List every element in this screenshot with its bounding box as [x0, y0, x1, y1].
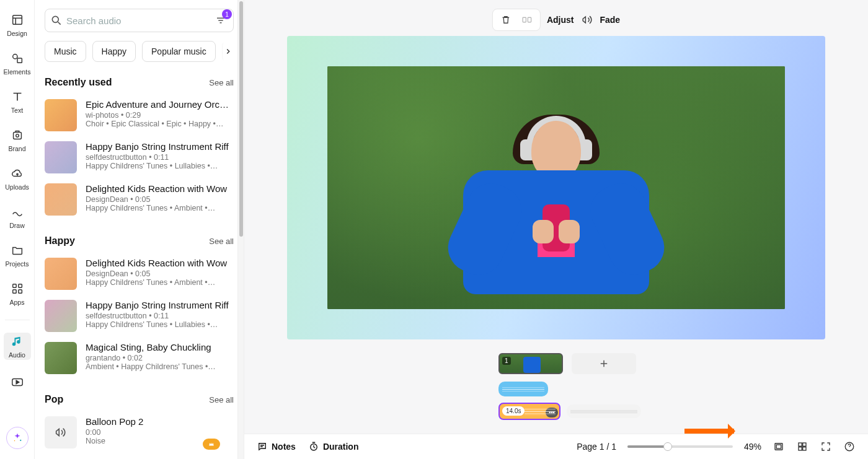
rail-brand[interactable]: Brand — [0, 126, 34, 154]
audio-panel: 1 Music Happy Popular music Ins Recently… — [35, 0, 244, 459]
track-tags: Happy Childrens' Tunes • Ambient •… — [86, 204, 234, 212]
volume-icon[interactable] — [580, 13, 593, 27]
add-page-button[interactable] — [572, 353, 636, 374]
svg-rect-21 — [803, 447, 806, 450]
rail-divider — [5, 320, 30, 320]
premium-badge — [203, 439, 220, 450]
track-meta: 0:00 — [86, 428, 234, 437]
svg-point-11 — [14, 440, 16, 442]
track-title: Epic Adventure and Journey Orch… — [86, 99, 234, 110]
track-item[interactable]: Delighted Kids Reaction with Wow DesignD… — [45, 178, 234, 221]
svg-rect-2 — [17, 58, 22, 63]
see-all-happy[interactable]: See all — [209, 237, 234, 246]
timeline: 1 14.0s ••• — [244, 347, 868, 426]
trash-icon[interactable] — [499, 13, 513, 27]
page-indicator[interactable]: Page 1 / 1 — [577, 442, 616, 452]
sound-thumb — [45, 416, 77, 448]
rail-apps[interactable]: Apps — [0, 280, 34, 307]
svg-rect-7 — [12, 290, 16, 294]
page-thumbnail[interactable]: 1 — [498, 353, 563, 374]
track-tags: Happy Childrens' Tunes • Lullabies •… — [86, 162, 234, 170]
chip-scroll-right[interactable] — [218, 41, 234, 62]
help-icon[interactable] — [843, 440, 856, 453]
rail-video[interactable] — [0, 374, 34, 391]
track-title: Balloon Pop 2 — [86, 416, 234, 427]
svg-rect-5 — [12, 284, 16, 288]
rail-label: Audio — [9, 351, 25, 359]
folder-icon — [10, 243, 25, 258]
rail-text[interactable]: Text — [0, 88, 34, 115]
chip-row: Music Happy Popular music Ins — [45, 41, 234, 62]
duration-button[interactable]: Duration — [308, 441, 359, 452]
see-all-recent[interactable]: See all — [209, 78, 234, 87]
text-icon — [10, 89, 25, 104]
rail-projects[interactable]: Projects — [0, 242, 34, 269]
search-input[interactable] — [66, 15, 213, 26]
main-area: Adjust Fade — [244, 0, 868, 459]
side-rail: Design Elements Text Brand Uploads Draw … — [0, 0, 35, 459]
track-title: Happy Banjo String Instrument Riff — [86, 300, 234, 310]
track-thumb — [45, 141, 77, 173]
track-info: Happy Banjo String Instrument Riff selfd… — [86, 141, 234, 173]
svg-rect-8 — [18, 290, 22, 294]
track-thumb — [45, 99, 77, 131]
audio-clip-1[interactable] — [498, 382, 548, 396]
chip-popular[interactable]: Popular music — [142, 41, 216, 62]
bottom-bar: Notes Duration Page 1 / 1 49% — [244, 434, 868, 459]
rail-uploads[interactable]: Uploads — [0, 165, 34, 192]
track-tags: Happy Childrens' Tunes • Lullabies •… — [86, 320, 234, 329]
section-head-pop: Pop See all — [45, 394, 234, 405]
audio-clip-ghost[interactable] — [567, 404, 641, 418]
video-icon — [10, 375, 25, 390]
track-info: Epic Adventure and Journey Orch… wi-phot… — [86, 99, 234, 131]
track-item[interactable]: Epic Adventure and Journey Orch… wi-phot… — [45, 94, 234, 136]
track-meta: DesignDean • 0:05 — [86, 269, 234, 278]
grid-view-icon[interactable] — [796, 440, 808, 453]
audio-clip-selected[interactable]: 14.0s ••• — [498, 403, 560, 420]
rail-draw[interactable]: Draw — [0, 203, 34, 230]
filter-button[interactable]: 1 — [213, 13, 228, 28]
fade-button[interactable]: Fade — [600, 15, 620, 25]
section-title: Recently used — [45, 77, 112, 88]
track-item[interactable]: Happy Banjo String Instrument Riff selfd… — [45, 295, 234, 337]
fullscreen-icon[interactable] — [820, 440, 832, 453]
svg-point-1 — [12, 55, 17, 59]
track-thumb — [45, 258, 77, 290]
track-item[interactable]: Delighted Kids Reaction with Wow DesignD… — [45, 253, 234, 295]
notes-button[interactable]: Notes — [257, 441, 296, 452]
see-all-pop[interactable]: See all — [209, 395, 234, 404]
rail-audio[interactable]: Audio — [4, 333, 31, 360]
section-head-happy: Happy See all — [45, 235, 234, 247]
canvas-background[interactable] — [287, 36, 825, 339]
toolbar-group — [492, 9, 541, 31]
svg-rect-0 — [12, 15, 22, 25]
track-thumb — [45, 183, 77, 216]
adjust-button[interactable]: Adjust — [547, 15, 574, 25]
chip-happy[interactable]: Happy — [92, 41, 136, 62]
track-info: Magical Sting, Baby Chuckling grantando … — [86, 342, 234, 374]
canvas-wrap — [257, 36, 856, 347]
svg-rect-13 — [523, 17, 526, 22]
zoom-value: 49% — [744, 442, 761, 452]
magic-button[interactable] — [6, 427, 29, 449]
chip-music[interactable]: Music — [45, 41, 86, 62]
brand-icon — [10, 128, 25, 142]
clip-menu-button[interactable]: ••• — [546, 408, 558, 417]
track-item[interactable]: Balloon Pop 2 0:00 Noise — [45, 411, 234, 453]
search-icon — [50, 14, 63, 27]
panel-scrollbar[interactable] — [237, 0, 244, 459]
rail-label: Design — [7, 30, 27, 37]
rail-design[interactable]: Design — [0, 11, 34, 38]
rail-label: Brand — [8, 145, 25, 152]
view-mode-icon[interactable] — [773, 440, 785, 453]
rail-elements[interactable]: Elements — [0, 50, 34, 77]
track-thumb — [45, 300, 77, 332]
canvas-photo[interactable] — [327, 66, 785, 309]
track-item[interactable]: Happy Banjo String Instrument Riff selfd… — [45, 136, 234, 178]
track-item[interactable]: Magical Sting, Baby Chuckling grantando … — [45, 337, 234, 379]
svg-rect-6 — [18, 284, 22, 288]
track-meta: selfdestructbutton • 0:11 — [86, 312, 234, 320]
zoom-slider[interactable] — [627, 445, 733, 448]
svg-point-10 — [20, 440, 21, 441]
svg-rect-17 — [776, 445, 781, 448]
